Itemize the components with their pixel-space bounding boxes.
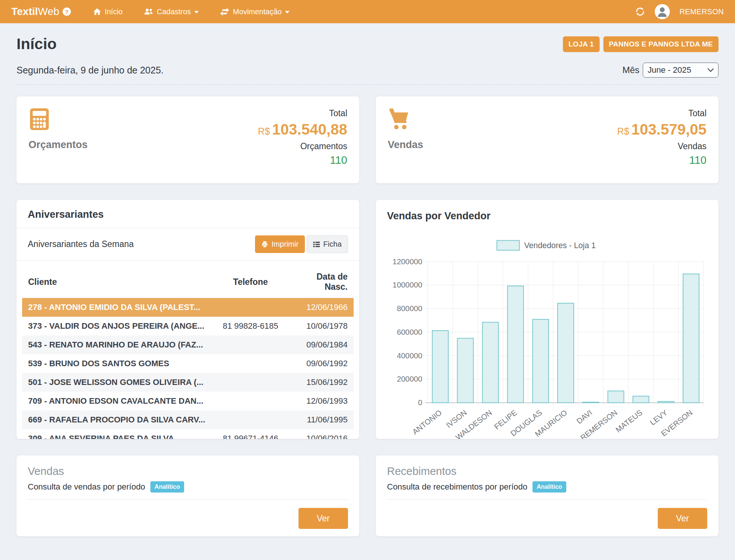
action-card-subtitle: Consulta de recebimentos por período	[387, 482, 527, 492]
nav-label: Início	[105, 7, 123, 16]
client-cell: 669 - RAFAELA PROCOPIO DA SILVA CARV...	[22, 410, 211, 429]
svg-text:1200000: 1200000	[393, 258, 422, 266]
svg-text:Vendedores - Loja 1: Vendedores - Loja 1	[524, 241, 596, 250]
birthdays-table: Cliente Telefone Data de Nasc. 278 - ANT…	[22, 267, 354, 439]
currency-symbol: R$	[258, 126, 270, 136]
svg-text:1000000: 1000000	[393, 281, 422, 289]
birthdate-cell: 12/06/1993	[290, 392, 354, 410]
home-icon	[93, 7, 101, 16]
count-value: 110	[258, 154, 347, 166]
birthdays-card: Aniversariantes Aniversariantes da Seman…	[16, 200, 359, 439]
birthdate-cell: 15/06/1992	[290, 373, 354, 392]
calculator-icon	[28, 108, 88, 132]
summary-card-name: Orçamentos	[28, 139, 88, 151]
chevron-down-icon	[707, 68, 714, 72]
chevron-down-icon	[194, 11, 199, 13]
client-cell: 278 - ANTONIO EMIDIO DA SILVA (PALEST...	[22, 298, 211, 317]
avatar[interactable]	[655, 4, 670, 19]
table-row[interactable]: 278 - ANTONIO EMIDIO DA SILVA (PALEST...…	[22, 298, 354, 317]
help-icon[interactable]: ?	[62, 7, 71, 16]
action-card-title: Recebimentos	[387, 465, 707, 478]
sales-by-seller-card: Vendas por Vendedor Vendedores - Loja 10…	[376, 200, 718, 439]
total-label: Total	[258, 108, 347, 118]
nav-item-cadastros[interactable]: Cadastros	[144, 7, 199, 16]
refresh-icon[interactable]	[635, 7, 645, 16]
svg-text:DAVI: DAVI	[575, 408, 594, 425]
month-filter-label: Mês	[622, 65, 639, 75]
store-badge-loja: LOJA 1	[563, 36, 600, 52]
print-button[interactable]: Imprimir	[255, 235, 305, 253]
client-cell: 373 - VALDIR DOS ANJOS PEREIRA (ANGE...	[22, 317, 211, 335]
svg-text:600000: 600000	[397, 328, 422, 336]
summary-card-name: Vendas	[388, 139, 423, 151]
client-cell: 539 - BRUNO DOS SANTOS GOMES	[22, 354, 211, 373]
client-cell: 309 - ANA SEVERINA PAES DA SILVA	[22, 429, 211, 439]
nav-label: Cadastros	[157, 7, 191, 16]
column-header-cliente: Cliente	[22, 267, 211, 298]
analitico-badge: Analítico	[150, 481, 184, 493]
store-badges: LOJA 1 PANNOS E PANNOS LTDA ME	[563, 36, 718, 52]
ficha-button-label: Ficha	[323, 240, 342, 249]
phone-cell	[211, 373, 290, 392]
cart-icon	[388, 108, 423, 132]
svg-text:ANTONIO: ANTONIO	[411, 408, 443, 436]
phone-cell: 81 99828-6185	[211, 317, 290, 335]
main-menu: Início Cadastros Movimentação	[93, 7, 290, 16]
table-row[interactable]: 669 - RAFAELA PROCOPIO DA SILVA CARV... …	[22, 410, 354, 429]
print-button-label: Imprimir	[272, 240, 298, 249]
user-name[interactable]: REMERSON	[680, 7, 724, 16]
birthdate-cell: 10/06/1978	[290, 317, 354, 335]
brand-bold: Textil	[11, 6, 38, 17]
svg-text:?: ?	[65, 9, 69, 15]
ver-recebimentos-button[interactable]: Ver	[658, 508, 707, 529]
brand-logo[interactable]: TextilWeb ?	[11, 6, 71, 18]
sales-summary-card: Vendas Total R$103.579,05 Vendas 110	[376, 96, 718, 183]
svg-text:800000: 800000	[397, 304, 422, 313]
birthdays-title: Aniversariantes	[16, 200, 359, 228]
column-header-data-nasc: Data de Nasc.	[290, 267, 354, 298]
nav-item-inicio[interactable]: Início	[93, 7, 123, 16]
store-badge-company: PANNOS E PANNOS LTDA ME	[603, 36, 718, 52]
ver-vendas-button[interactable]: Ver	[298, 508, 348, 529]
birthdate-cell: 10/06/2016	[290, 429, 354, 439]
printer-icon	[261, 241, 268, 248]
birthdate-cell: 09/06/1992	[290, 354, 354, 373]
phone-cell	[211, 392, 290, 410]
table-row[interactable]: 709 - ANTONIO EDSON CAVALCANTE DAN... 12…	[22, 392, 354, 410]
table-row[interactable]: 501 - JOSE WELISSON GOMES OLIVEIRA (... …	[22, 373, 354, 392]
phone-cell	[211, 298, 290, 317]
total-amount: 103.579,05	[632, 121, 706, 138]
birthdate-cell: 09/06/1984	[290, 335, 354, 354]
count-label: Vendas	[617, 141, 706, 151]
chevron-down-icon	[285, 11, 290, 13]
month-select[interactable]: June - 2025	[643, 63, 718, 78]
users-icon	[144, 7, 153, 16]
svg-text:LEVY: LEVY	[648, 408, 669, 427]
svg-text:200000: 200000	[397, 375, 422, 383]
birthdays-tbody: 278 - ANTONIO EMIDIO DA SILVA (PALEST...…	[22, 298, 354, 439]
phone-cell	[211, 410, 290, 429]
phone-cell: 81 99671-4146	[211, 429, 290, 439]
ficha-button[interactable]: Ficha	[307, 235, 348, 253]
count-label: Orçamentos	[258, 141, 347, 151]
client-cell: 709 - ANTONIO EDSON CAVALCANTE DAN...	[22, 392, 211, 410]
list-icon	[313, 241, 320, 247]
currency-symbol: R$	[617, 126, 629, 136]
nav-item-movimentacao[interactable]: Movimentação	[220, 7, 290, 16]
client-cell: 543 - RENATO MARINHO DE ARAUJO (FAZ...	[22, 335, 211, 354]
table-row[interactable]: 373 - VALDIR DOS ANJOS PEREIRA (ANGE... …	[22, 317, 354, 335]
phone-cell	[211, 335, 290, 354]
page-title: Início	[16, 35, 57, 53]
nav-label: Movimentação	[233, 7, 282, 16]
total-amount: 103.540,88	[272, 121, 347, 138]
birthdate-cell: 11/06/1995	[290, 410, 354, 429]
table-row[interactable]: 309 - ANA SEVERINA PAES DA SILVA 81 9967…	[22, 429, 354, 439]
count-value: 110	[617, 154, 706, 166]
receipts-report-card: Recebimentos Consulta de recebimentos po…	[376, 455, 718, 536]
analitico-badge: Analítico	[532, 481, 566, 493]
table-row[interactable]: 539 - BRUNO DOS SANTOS GOMES 09/06/1992	[22, 354, 354, 373]
month-select-value: June - 2025	[648, 65, 691, 75]
action-card-subtitle: Consulta de vendas por período	[28, 482, 145, 492]
table-row[interactable]: 543 - RENATO MARINHO DE ARAUJO (FAZ... 0…	[22, 335, 354, 354]
birthdays-subtitle: Aniversariantes da Semana	[28, 239, 134, 249]
